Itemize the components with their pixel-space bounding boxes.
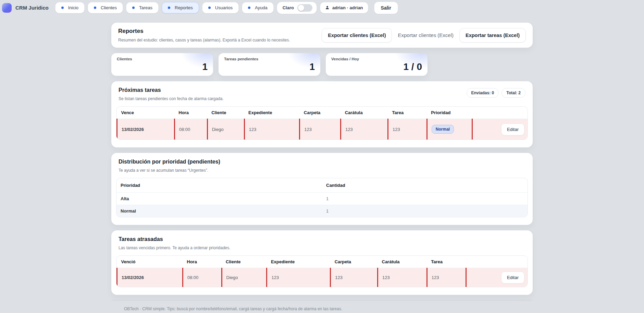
overdue-tasks-card: Tareas atrasadas Las tareas vencidas pri… (111, 230, 533, 295)
cell-action: Editar (466, 268, 528, 287)
nav-item-clientes[interactable]: Clientes (88, 2, 123, 13)
edit-button[interactable]: Editar (501, 272, 524, 284)
cell-prioridad: Alta (116, 193, 322, 205)
column-header: Carpeta (300, 107, 341, 119)
stat-value: 1 (224, 61, 315, 72)
column-header: Prioridad (116, 178, 322, 193)
column-header: Carátula (378, 256, 427, 268)
column-header: Cliente (207, 107, 244, 119)
column-header: Hora (174, 107, 207, 119)
nav-item-usuarios[interactable]: Usuarios (202, 2, 239, 13)
cell-expediente: 123 (244, 119, 300, 140)
nav-item-inicio[interactable]: Inicio (55, 2, 85, 13)
stat-card-clientes: Clientes 1 (111, 53, 213, 76)
stats-row: Clientes 1 Tareas pendientes 1 Vencidas … (111, 53, 533, 76)
nav-dot-icon (248, 7, 250, 9)
nav-item-reportes[interactable]: Reportes (162, 2, 199, 13)
table-header-row: Venció Hora Cliente Expediente Carpeta C… (117, 256, 528, 268)
stat-card-tareas-pendientes: Tareas pendientes 1 (219, 53, 320, 76)
column-header: Venció (117, 256, 183, 268)
section-title: Próximas tareas (119, 87, 224, 93)
topbar: CRM Juridico Inicio Clientes Tareas Repo… (0, 0, 644, 14)
cell-hora: 08:00 (183, 268, 222, 287)
upcoming-tasks-card: Próximas tareas Se listan tareas pendien… (111, 81, 533, 147)
upcoming-tasks-header: Próximas tareas Se listan tareas pendien… (116, 87, 528, 101)
nav-item-label: Tareas (139, 5, 152, 10)
logout-button[interactable]: Salir (374, 2, 398, 14)
column-header: Tarea (427, 256, 466, 268)
table-row: Normal 1 (116, 205, 528, 217)
cell-vence: 13/02/2026 (117, 119, 175, 140)
section-title: Tareas atrasadas (119, 236, 231, 242)
table-row: 13/02/2026 08:00 Diego 123 123 123 123 N… (117, 119, 528, 140)
priority-distribution-header-text: Distribución por prioridad (pendientes) … (119, 159, 220, 173)
nav-dot-icon (132, 7, 135, 9)
brand-title: CRM Juridico (15, 5, 49, 11)
cell-hora: 08:00 (174, 119, 207, 140)
section-subtitle: Las tareas vencidas primero. Te ayuda a … (119, 245, 231, 250)
page-title: Reportes (118, 28, 290, 35)
cell-vencio: 13/02/2026 (117, 268, 183, 287)
stat-label: Clientes (117, 57, 208, 61)
nav-item-label: Inicio (68, 5, 78, 10)
sent-count-badge: Enviadas: 0 (467, 88, 499, 98)
section-title: Distribución por prioridad (pendientes) (119, 159, 220, 165)
priority-distribution-card: Distribución por prioridad (pendientes) … (111, 153, 533, 225)
theme-toggle[interactable] (297, 4, 312, 12)
export-clients-button[interactable]: Exportar clientes (Excel) (322, 28, 392, 43)
cell-prioridad: Normal (116, 205, 322, 217)
stat-label: Vencidas / Hoy (331, 57, 422, 61)
nav-item-label: Reportes (175, 5, 193, 10)
cell-tarea: 123 (427, 268, 466, 287)
column-header: Tarea (388, 107, 427, 119)
user-label: adrian · adrian (332, 5, 363, 10)
column-header-actions (472, 107, 528, 119)
column-header: Vence (117, 107, 175, 119)
cell-carpeta: 123 (300, 119, 341, 140)
column-header: Hora (183, 256, 222, 268)
toggle-knob-icon (298, 5, 304, 11)
edit-button[interactable]: Editar (501, 123, 524, 135)
column-header: Prioridad (427, 107, 472, 119)
cell-cantidad: 1 (322, 193, 528, 205)
main-content: Reportes Resumen del estudio: clientes, … (111, 23, 533, 295)
table-header-row: Prioridad Cantidad (116, 178, 528, 193)
cell-tarea: 123 (388, 119, 427, 140)
user-chip[interactable]: adrian · adrian (320, 2, 368, 13)
table-row: Alta 1 (116, 193, 528, 205)
nav-dot-icon (94, 7, 96, 9)
column-header: Expediente (244, 107, 300, 119)
nav-dot-icon (61, 7, 64, 9)
column-header: Cantidad (322, 178, 528, 193)
section-subtitle: Se listan tareas pendientes con fecha de… (119, 96, 224, 101)
column-header: Carpeta (331, 256, 378, 268)
upcoming-badges: Enviadas: 0 Total: 2 (467, 88, 525, 98)
reports-header-text: Reportes Resumen del estudio: clientes, … (118, 28, 290, 43)
nav-item-label: Clientes (101, 5, 117, 10)
nav-dot-icon (208, 7, 211, 9)
priority-distribution-header: Distribución por prioridad (pendientes) … (116, 159, 528, 173)
column-header: Cliente (222, 256, 267, 268)
nav-item-label: Usuarios (215, 5, 233, 10)
upcoming-tasks-header-text: Próximas tareas Se listan tareas pendien… (119, 87, 224, 101)
nav-item-tareas[interactable]: Tareas (126, 2, 159, 13)
stat-label: Tareas pendientes (224, 57, 315, 61)
theme-label: Claro (283, 5, 294, 10)
overdue-tasks-header-text: Tareas atrasadas Las tareas vencidas pri… (119, 236, 231, 250)
overdue-tasks-table: Venció Hora Cliente Expediente Carpeta C… (116, 255, 528, 287)
cell-cantidad: 1 (322, 205, 528, 217)
table-row: 13/02/2026 08:00 Diego 123 123 123 123 E… (117, 268, 528, 287)
stat-card-vencidas-hoy: Vencidas / Hoy 1 / 0 (326, 53, 428, 76)
priority-badge: Normal (432, 125, 454, 134)
column-header: Carátula (341, 107, 388, 119)
export-tasks-button[interactable]: Exportar tareas (Excel) (459, 28, 526, 43)
footer: OBTech · CRM simple. Tips: buscá por nom… (111, 300, 533, 311)
section-subtitle: Te ayuda a ver si se acumulan tareas “Ur… (119, 168, 220, 173)
app-logo (2, 3, 12, 13)
overdue-tasks-header: Tareas atrasadas Las tareas vencidas pri… (116, 236, 528, 250)
nav-dot-icon (168, 7, 170, 9)
cell-carpeta: 123 (331, 268, 378, 287)
export-actions: Exportar clientes (Excel) Exportar clien… (322, 28, 526, 43)
column-header: Expediente (267, 256, 331, 268)
nav-item-ayuda[interactable]: Ayuda (242, 2, 274, 13)
